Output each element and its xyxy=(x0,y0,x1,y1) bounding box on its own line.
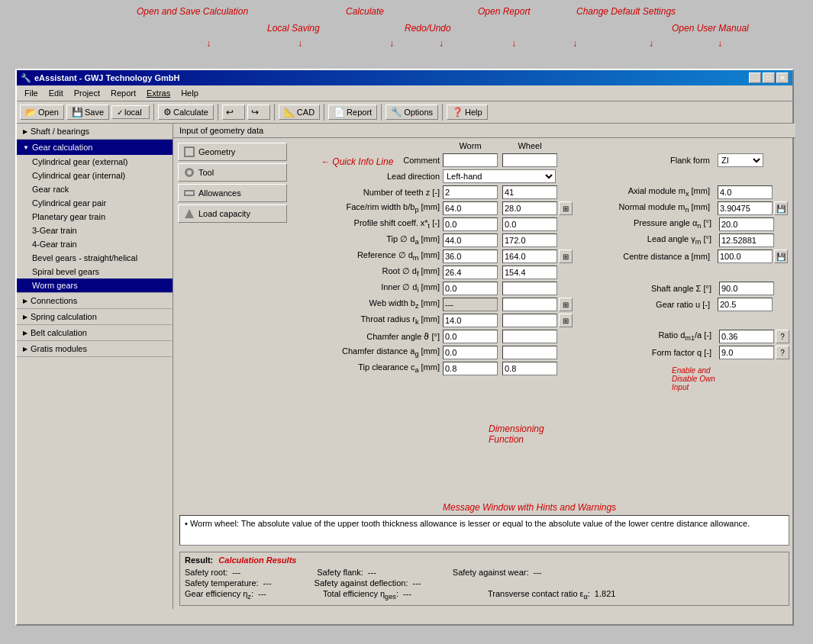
input-ref-worm[interactable] xyxy=(443,250,498,263)
input-face-wheel[interactable] xyxy=(502,201,557,215)
input-root-wheel[interactable] xyxy=(502,266,557,279)
select-flank-form[interactable]: ZI ZA ZN xyxy=(718,153,763,167)
input-profile-wheel[interactable] xyxy=(502,217,557,231)
sidebar-item-cyl-pair[interactable]: Cylindrical gear pair xyxy=(17,196,173,210)
label-safety-wear: Safety against wear: xyxy=(453,568,529,577)
menu-edit[interactable]: Edit xyxy=(44,87,68,99)
menu-file[interactable]: File xyxy=(20,87,43,99)
menu-report[interactable]: Report xyxy=(106,87,140,99)
sidebar-item-cyl-int[interactable]: Cylindrical gear (internal) xyxy=(17,169,173,182)
sidebar-header-gear[interactable]: ▼ Gear calculation xyxy=(17,140,173,155)
save-button[interactable]: Save xyxy=(66,105,109,120)
sidebar-item-worm[interactable]: Worm gears xyxy=(17,279,173,292)
input-throat-wheel[interactable] xyxy=(502,314,557,327)
btn-centre-dist[interactable]: 💾 xyxy=(774,250,788,263)
redo-button[interactable] xyxy=(247,105,270,120)
menu-help[interactable]: Help xyxy=(176,87,203,99)
btn-web-width[interactable]: ⊞ xyxy=(559,298,573,311)
input-web-worm[interactable] xyxy=(443,298,498,311)
close-btn[interactable]: × xyxy=(776,72,789,83)
input-throat-worm[interactable] xyxy=(443,314,498,327)
load-capacity-btn[interactable]: Load capacity xyxy=(178,204,287,223)
input-tip-clearance-wheel[interactable] xyxy=(502,362,557,375)
input-profile-worm[interactable] xyxy=(443,217,498,231)
btn-throat-radius[interactable]: ⊞ xyxy=(559,314,573,327)
row-face-width: Face/rim width b/bp [mm] ⊞ Normal module… xyxy=(298,201,789,215)
sidebar-header-gratis[interactable]: ▶ Gratis modules xyxy=(17,341,173,356)
select-lead-direction[interactable]: Left-hand Right-hand xyxy=(443,169,556,183)
value-safety-wear: --- xyxy=(533,568,541,577)
report-icon xyxy=(334,107,345,118)
input-inner-wheel[interactable] xyxy=(502,282,557,295)
sidebar-item-bevel[interactable]: Bevel gears - straight/helical xyxy=(17,251,173,265)
maximize-btn[interactable]: □ xyxy=(763,72,775,83)
result-contact-ratio: Transverse contact ratio εα: 1.821 xyxy=(488,589,615,601)
input-shaft-angle[interactable] xyxy=(719,282,774,295)
sidebar-item-gear-rack[interactable]: Gear rack xyxy=(17,182,173,196)
menu-project[interactable]: Project xyxy=(69,87,105,99)
label-flank-form: Flank form xyxy=(588,156,710,165)
btn-form-factor-question[interactable]: ? xyxy=(776,346,789,359)
btn-ratio-dm1a-question[interactable]: ? xyxy=(776,330,789,343)
calc-icon xyxy=(163,107,172,118)
btn-ref-dia[interactable]: ⊞ xyxy=(559,250,573,263)
input-tip-clearance-worm[interactable] xyxy=(443,362,498,375)
undo-button[interactable] xyxy=(222,105,245,120)
row-profile-shift: Profile shift coeff. x*t [-] Pressure an… xyxy=(298,217,789,231)
sidebar-header-shaft[interactable]: ▶ Shaft / bearings xyxy=(17,124,173,139)
input-gear-ratio[interactable] xyxy=(718,298,773,311)
allowances-btn[interactable]: Allowances xyxy=(178,184,287,202)
input-face-worm[interactable] xyxy=(443,201,498,215)
input-lead-angle[interactable] xyxy=(719,233,774,247)
input-normal-module[interactable] xyxy=(718,201,773,215)
btn-face-width[interactable]: ⊞ xyxy=(559,201,573,215)
input-web-wheel[interactable] xyxy=(502,298,557,311)
input-ref-wheel[interactable] xyxy=(502,250,557,263)
input-comment-worm[interactable] xyxy=(443,153,498,167)
input-chamfer-angle-wheel[interactable] xyxy=(502,330,557,343)
result-gear-efficiency: Gear efficiency ηz: --- xyxy=(185,589,266,601)
annotation-open-report: Open Report xyxy=(478,6,531,17)
calculate-button[interactable]: Calculate xyxy=(158,105,214,120)
input-chamfer-dist-wheel[interactable] xyxy=(502,346,557,359)
sidebar-item-3gear[interactable]: 3-Gear train xyxy=(17,224,173,237)
tool-btn[interactable]: Tool xyxy=(178,163,287,182)
input-pressure-angle[interactable] xyxy=(719,217,774,231)
input-inner-worm[interactable] xyxy=(443,282,498,295)
geometry-btn[interactable]: Geometry xyxy=(178,143,287,161)
open-button[interactable]: Open xyxy=(20,105,64,120)
sidebar-header-belt[interactable]: ▶ Belt calculation xyxy=(17,325,173,340)
cad-button[interactable]: CAD xyxy=(279,105,320,120)
allowances-icon xyxy=(183,187,195,199)
btn-normal-module[interactable]: 💾 xyxy=(774,201,788,215)
input-centre-dist[interactable] xyxy=(718,250,773,263)
options-label: Options xyxy=(404,108,433,117)
menu-extras[interactable]: Extras xyxy=(142,87,175,99)
help-button[interactable]: Help xyxy=(447,105,488,120)
minimize-btn[interactable]: _ xyxy=(749,72,761,83)
input-chamfer-angle-worm[interactable] xyxy=(443,330,498,343)
sidebar-header-spring[interactable]: ▶ Spring calculation xyxy=(17,309,173,324)
local-button[interactable]: ✓ local xyxy=(111,105,150,119)
triangle-gratis: ▶ xyxy=(23,346,27,353)
input-teeth-wheel[interactable] xyxy=(502,185,557,199)
report-button[interactable]: Report xyxy=(328,105,377,120)
label-throat-radius: Throat radius rk [mm] xyxy=(298,314,443,326)
input-axial-module[interactable] xyxy=(718,185,773,199)
input-comment-wheel[interactable] xyxy=(502,153,557,167)
input-tip-wheel[interactable] xyxy=(502,233,557,247)
sidebar-item-4gear[interactable]: 4-Gear train xyxy=(17,237,173,251)
input-teeth-worm[interactable] xyxy=(443,185,498,199)
input-ratio-dm1a[interactable] xyxy=(719,330,774,343)
options-button[interactable]: Options xyxy=(386,105,438,120)
input-chamfer-dist-worm[interactable] xyxy=(443,346,498,359)
input-form-factor[interactable] xyxy=(719,346,774,359)
input-root-worm[interactable] xyxy=(443,266,498,279)
sidebar-item-spiral[interactable]: Spiral bevel gears xyxy=(17,265,173,279)
sidebar-item-planetary[interactable]: Planetary gear train xyxy=(17,210,173,224)
row-root-dia: Root ∅ df [mm] xyxy=(298,266,789,279)
sidebar-item-cyl-ext[interactable]: Cylindrical gear (external) xyxy=(17,155,173,169)
sidebar-header-connections[interactable]: ▶ Connections xyxy=(17,293,173,308)
annotation-change-default: Change Default Settings xyxy=(576,6,676,17)
input-tip-worm[interactable] xyxy=(443,233,498,247)
